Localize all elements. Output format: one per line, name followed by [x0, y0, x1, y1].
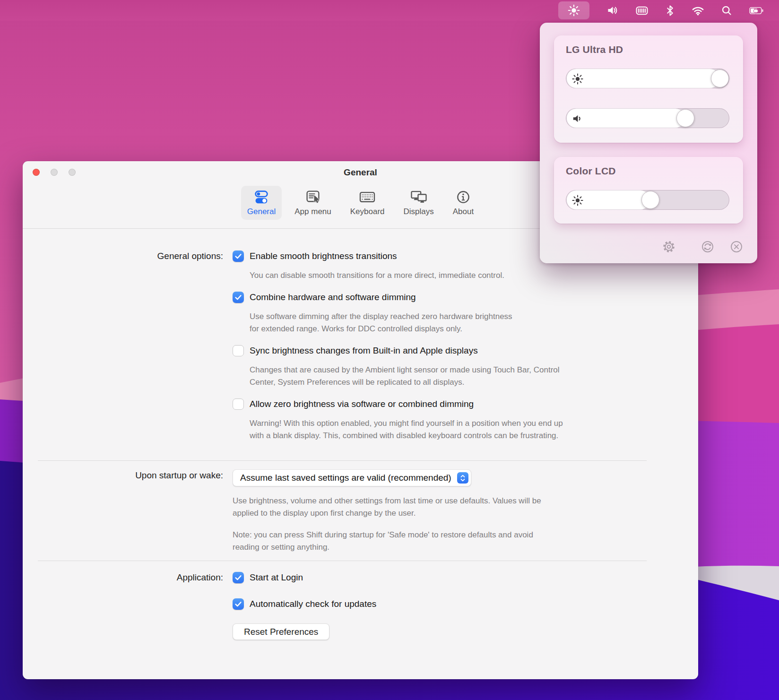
- checkbox-label: Start at Login: [250, 572, 303, 583]
- brightness-slider[interactable]: [566, 69, 729, 88]
- checkbox-label: Automatically check for updates: [250, 599, 376, 609]
- brightness-slider[interactable]: [566, 190, 729, 210]
- desktop: LG Ultra HD: [0, 0, 779, 700]
- checkbox-label: Sync brightness changes from Built-in an…: [250, 346, 478, 356]
- tab-label: Keyboard: [350, 207, 385, 216]
- checkbox-description: Use software dimming after the display r…: [250, 311, 698, 335]
- checkbox-description: Warning! With this option enabled, you m…: [250, 417, 698, 442]
- bluetooth-menu-icon[interactable]: [666, 5, 675, 17]
- displays-icon: [410, 190, 428, 205]
- display-name: Color LCD: [566, 165, 616, 177]
- slider-fill: [566, 69, 720, 88]
- bluetooth-icon: [666, 5, 675, 17]
- app-menu-icon: [304, 190, 321, 205]
- brightness-menu-icon[interactable]: [558, 1, 589, 19]
- popover-actions: [540, 240, 757, 254]
- keyboard-brightness-menu-icon[interactable]: [636, 6, 649, 16]
- tab-label: Displays: [404, 207, 434, 216]
- general-options-group: General options: Enable smooth brightnes…: [23, 250, 698, 451]
- volume-slider[interactable]: [566, 108, 729, 128]
- dropdown-stepper: [457, 472, 468, 484]
- refresh-icon[interactable]: [701, 240, 715, 254]
- checkbox-label: Combine hardware and software dimming: [250, 292, 416, 302]
- checkbox-label: Allow zero brightness via software or co…: [250, 399, 474, 409]
- checkbox-checked[interactable]: [233, 251, 244, 262]
- checkbox-description: Changes that are caused by the Ambient l…: [250, 364, 698, 389]
- dropdown-note: Note: you can press Shift during startup…: [233, 529, 698, 553]
- menu-bar: [0, 0, 779, 21]
- checkbox-description: You can disable smooth transitions for a…: [250, 269, 698, 282]
- close-icon[interactable]: [729, 240, 744, 254]
- display-card-lg-ultra-hd: LG Ultra HD: [554, 35, 743, 143]
- keyboard-icon: [359, 190, 376, 205]
- checkbox-checked[interactable]: [233, 598, 244, 610]
- tab-displays[interactable]: Displays: [398, 186, 440, 220]
- slider-fill: [566, 108, 685, 128]
- startup-behavior-dropdown[interactable]: Assume last saved settings are valid (re…: [233, 469, 471, 486]
- slider-knob[interactable]: [711, 69, 729, 87]
- display-name: LG Ultra HD: [566, 44, 623, 55]
- checkbox-unchecked[interactable]: [233, 398, 244, 410]
- checkbox-checked[interactable]: [233, 292, 244, 303]
- checkmark-icon: [234, 251, 243, 261]
- section-divider: [38, 561, 647, 561]
- tab-label: About: [453, 207, 474, 216]
- keyboard-brightness-icon: [636, 6, 649, 16]
- group-label: Application:: [23, 571, 223, 640]
- dropdown-value: Assume last saved settings are valid (re…: [240, 473, 451, 483]
- tab-label: General: [247, 207, 276, 216]
- battery-menu-icon[interactable]: [749, 7, 764, 15]
- tab-about[interactable]: About: [447, 186, 480, 220]
- reset-preferences-button[interactable]: Reset Preferences: [233, 623, 329, 640]
- sun-icon: [568, 4, 580, 17]
- checkbox-row-sync-brightness[interactable]: Sync brightness changes from Built-in an…: [233, 345, 698, 357]
- startup-group: Upon startup or wake: Assume last saved …: [23, 469, 698, 553]
- checkbox-row-zero-brightness[interactable]: Allow zero brightness via software or co…: [233, 398, 698, 410]
- checkbox-row-start-at-login[interactable]: Start at Login: [233, 571, 698, 584]
- settings-content: General options: Enable smooth brightnes…: [23, 229, 698, 640]
- wifi-icon: [692, 5, 704, 16]
- settings-gear-icon[interactable]: [662, 240, 676, 254]
- volume-menu-icon[interactable]: [606, 5, 619, 16]
- checkbox-checked[interactable]: [233, 572, 244, 583]
- dropdown-description: Use brightness, volume and other setting…: [233, 495, 698, 519]
- battery-charging-icon: [749, 7, 764, 15]
- volume-icon: [571, 112, 584, 125]
- checkbox-unchecked[interactable]: [233, 345, 244, 356]
- display-card-color-lcd: Color LCD: [554, 157, 743, 224]
- slider-knob[interactable]: [641, 191, 659, 209]
- brightness-icon: [571, 194, 584, 207]
- chevron-up-down-icon: [460, 474, 466, 482]
- displays-popover: LG Ultra HD: [540, 23, 757, 263]
- checkbox-label: Enable smooth brightness transitions: [250, 251, 397, 261]
- wifi-menu-icon[interactable]: [692, 5, 704, 16]
- slider-knob[interactable]: [676, 109, 694, 127]
- toggles-icon: [253, 190, 270, 205]
- group-label: General options:: [23, 250, 223, 451]
- speaker-icon: [606, 5, 619, 16]
- checkmark-icon: [234, 573, 243, 582]
- checkbox-row-auto-updates[interactable]: Automatically check for updates: [233, 598, 698, 610]
- group-label: Upon startup or wake:: [23, 469, 223, 553]
- tab-app-menu[interactable]: App menu: [288, 186, 338, 220]
- application-group: Application: Start at Login Automaticall…: [23, 571, 698, 640]
- checkmark-icon: [234, 293, 243, 302]
- tab-label: App menu: [294, 207, 331, 216]
- info-icon: [456, 190, 471, 205]
- tab-keyboard[interactable]: Keyboard: [344, 186, 391, 220]
- menu-bar-status-icons: [558, 0, 779, 21]
- checkmark-icon: [234, 599, 243, 609]
- tab-general[interactable]: General: [241, 186, 282, 220]
- spotlight-search-menu-icon[interactable]: [721, 5, 732, 16]
- checkbox-row-combine-dimming[interactable]: Combine hardware and software dimming: [233, 291, 698, 303]
- section-divider: [38, 460, 647, 461]
- search-icon: [721, 5, 732, 16]
- brightness-icon: [571, 73, 584, 85]
